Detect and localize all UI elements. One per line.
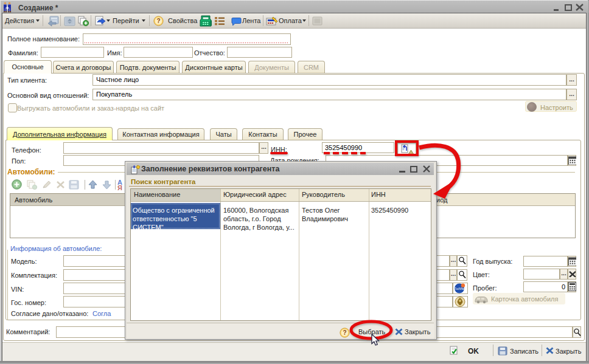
- svg-text:?: ?: [343, 329, 346, 336]
- svg-text:?: ?: [156, 18, 160, 24]
- svg-text:ГосNбм: ГосNбм: [455, 287, 464, 290]
